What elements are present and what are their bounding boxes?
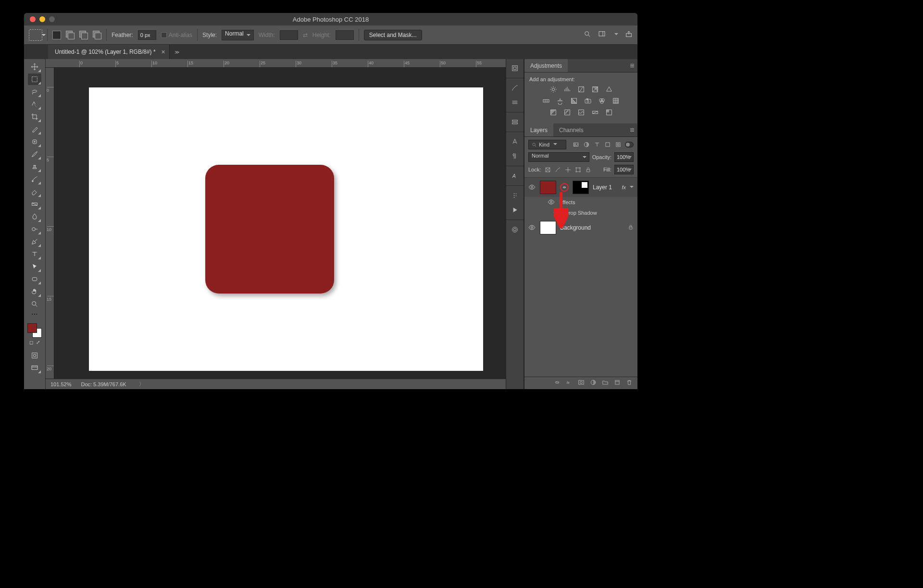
add-to-selection-icon[interactable] <box>66 31 75 39</box>
gradient-tool[interactable] <box>28 198 41 210</box>
tab-adjustments[interactable]: Adjustments <box>524 59 568 72</box>
libraries-panel-icon[interactable] <box>509 116 521 128</box>
zoom-tool[interactable] <box>28 298 41 310</box>
foreground-color[interactable] <box>27 323 37 333</box>
bw-icon[interactable] <box>569 97 579 105</box>
tab-channels[interactable]: Channels <box>553 123 589 136</box>
exposure-icon[interactable] <box>590 85 600 94</box>
vibrance-icon[interactable] <box>604 85 614 94</box>
lock-transparency-icon[interactable] <box>544 166 551 173</box>
invert-icon[interactable] <box>549 108 558 117</box>
selective-color-icon[interactable] <box>604 108 614 117</box>
tab-overflow-icon[interactable]: ≫ <box>170 49 184 55</box>
share-icon[interactable] <box>625 30 633 39</box>
play-panel-icon[interactable] <box>509 204 521 216</box>
lasso-tool[interactable] <box>28 86 41 98</box>
filter-type-icon[interactable] <box>593 141 601 148</box>
cc-libraries-icon[interactable] <box>509 223 521 236</box>
eyedropper-tool[interactable] <box>28 123 41 135</box>
layer-thumbnail[interactable] <box>540 221 556 234</box>
edit-toolbar-icon[interactable]: ··· <box>28 311 41 318</box>
add-mask-icon[interactable] <box>578 379 585 388</box>
visibility-toggle[interactable] <box>528 184 536 191</box>
visibility-toggle[interactable] <box>548 198 555 206</box>
subtract-from-selection-icon[interactable] <box>79 31 88 39</box>
close-window-button[interactable] <box>30 16 36 22</box>
crop-tool[interactable] <box>28 111 41 122</box>
background-lock-icon[interactable] <box>628 224 634 232</box>
color-swatches[interactable] <box>27 323 42 338</box>
levels-icon[interactable] <box>562 85 572 94</box>
visibility-toggle[interactable] <box>553 209 561 217</box>
statusbar-menu-icon[interactable]: 〉 <box>139 380 144 388</box>
new-group-icon[interactable] <box>602 379 609 388</box>
swatches-panel-icon[interactable] <box>509 96 521 109</box>
lock-all-icon[interactable] <box>584 166 592 173</box>
layer-effect-dropshadow[interactable]: Drop Shadow <box>524 208 637 218</box>
blend-mode-select[interactable]: Normal <box>528 152 589 162</box>
filter-adjustment-icon[interactable] <box>583 141 590 148</box>
fill-input[interactable]: 100% <box>614 165 634 174</box>
new-selection-icon[interactable] <box>52 31 61 39</box>
maximize-window-button[interactable] <box>49 16 55 22</box>
curves-icon[interactable] <box>576 85 586 94</box>
filter-toggle[interactable] <box>625 142 634 147</box>
lock-pixels-icon[interactable] <box>554 166 561 173</box>
layer-row-background[interactable]: Background <box>524 218 637 237</box>
panel-menu-icon[interactable]: ≡ <box>627 59 637 72</box>
visibility-toggle[interactable] <box>528 224 536 232</box>
select-and-mask-button[interactable]: Select and Mask... <box>364 30 422 40</box>
dodge-tool[interactable] <box>28 223 41 235</box>
clone-stamp-tool[interactable] <box>28 161 41 172</box>
color-lookup-icon[interactable] <box>611 97 621 105</box>
viewport[interactable] <box>54 68 506 379</box>
tool-preset-picker[interactable] <box>29 29 42 41</box>
brush-tool[interactable] <box>28 148 41 160</box>
workspace-switcher-icon[interactable] <box>598 30 606 39</box>
hue-icon[interactable] <box>541 97 551 105</box>
brightness-icon[interactable] <box>549 85 558 94</box>
history-brush-tool[interactable] <box>28 173 41 185</box>
history-panel-icon[interactable] <box>509 62 521 74</box>
delete-layer-icon[interactable] <box>626 379 633 388</box>
layer-style-icon[interactable]: fx <box>566 379 573 388</box>
style-select[interactable]: Normal <box>222 30 254 40</box>
paragraph-panel-icon[interactable] <box>509 150 521 162</box>
ruler-horizontal[interactable]: 0510152025303540455055 <box>46 59 506 68</box>
layers-panel-menu-icon[interactable]: ≡ <box>627 123 637 136</box>
link-layers-icon[interactable] <box>554 379 561 388</box>
lock-position-icon[interactable] <box>564 166 572 173</box>
layer-row-layer1[interactable]: Layer 1 fx <box>524 178 637 197</box>
feather-input[interactable] <box>138 30 156 40</box>
actions-panel-icon[interactable] <box>509 189 521 202</box>
filter-smart-icon[interactable] <box>614 141 622 148</box>
filter-pixel-icon[interactable] <box>572 141 580 148</box>
layer-effects-row[interactable]: Effects <box>524 197 637 208</box>
path-select-tool[interactable] <box>28 261 41 272</box>
threshold-icon[interactable] <box>576 108 586 117</box>
screen-mode-icon[interactable] <box>28 362 41 374</box>
photo-filter-icon[interactable] <box>583 97 593 105</box>
lock-artboard-icon[interactable] <box>574 166 582 173</box>
healing-brush-tool[interactable] <box>28 136 41 147</box>
layer-thumbnail[interactable] <box>540 181 556 194</box>
channel-mixer-icon[interactable] <box>597 97 607 105</box>
posterize-icon[interactable] <box>562 108 572 117</box>
opacity-input[interactable]: 100% <box>614 152 634 162</box>
workspace-menu-icon[interactable] <box>612 32 618 38</box>
new-adjustment-layer-icon[interactable] <box>590 379 597 388</box>
search-icon[interactable] <box>584 30 591 39</box>
eraser-tool[interactable] <box>28 186 41 197</box>
doc-info[interactable]: Doc: 5.39M/767.6K <box>81 381 126 387</box>
document-tab[interactable]: × Untitled-1 @ 102% (Layer 1, RGB/8#) * <box>48 45 170 59</box>
type-tool[interactable] <box>28 248 41 260</box>
move-tool[interactable] <box>28 61 41 73</box>
layer-mask-link-icon[interactable] <box>560 183 569 192</box>
new-layer-icon[interactable] <box>614 379 621 388</box>
pen-tool[interactable] <box>28 236 41 247</box>
tab-layers[interactable]: Layers <box>524 123 553 136</box>
intersect-selection-icon[interactable] <box>93 31 101 39</box>
gradient-map-icon[interactable] <box>590 108 600 117</box>
default-colors-icon[interactable]: ◻ <box>29 340 33 345</box>
layer-filter-kind[interactable]: Kind <box>528 140 566 149</box>
